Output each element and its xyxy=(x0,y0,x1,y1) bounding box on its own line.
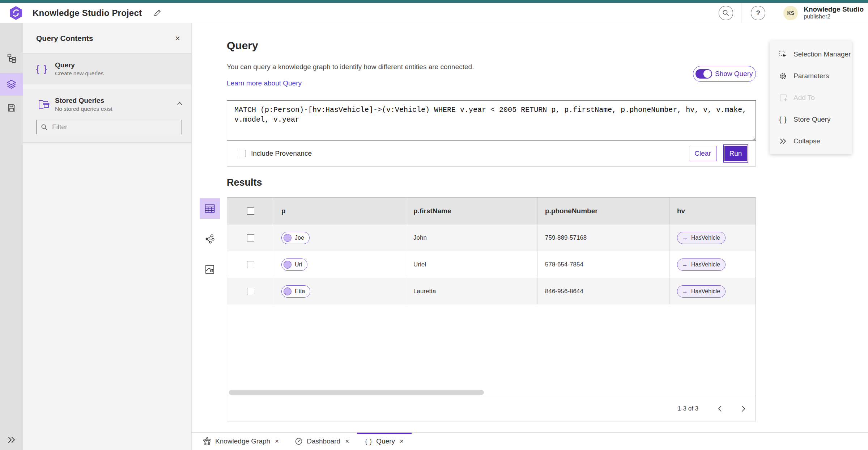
tab-knowledge-graph[interactable]: Knowledge Graph × xyxy=(195,433,287,450)
column-header-firstname[interactable]: p.firstName xyxy=(406,198,538,224)
graph-view-icon xyxy=(205,234,215,244)
toggle-knob xyxy=(703,70,711,78)
layers-icon xyxy=(7,79,16,89)
entity-pill-label: Uri xyxy=(295,261,302,268)
show-query-label: Show Query xyxy=(715,70,753,78)
selection-manager-button[interactable]: Selection Manager xyxy=(770,43,852,65)
app-root: Knowledge Studio Project ? KS Kno xyxy=(0,0,868,450)
horizontal-scrollbar xyxy=(227,390,756,396)
pointer-tag-icon xyxy=(779,50,787,59)
entity-pill[interactable]: Uri xyxy=(281,258,307,271)
parameters-label: Parameters xyxy=(793,72,829,80)
avatar-initials: KS xyxy=(787,10,794,16)
learn-more-link[interactable]: Learn more about Query xyxy=(227,79,302,87)
filter-input[interactable] xyxy=(52,123,177,131)
chevron-up-icon xyxy=(177,102,183,105)
square-plus-icon xyxy=(779,94,787,102)
edit-title-button[interactable] xyxy=(153,9,161,17)
clear-button[interactable]: Clear xyxy=(689,146,716,161)
entity-node-icon xyxy=(284,234,292,242)
table-view-icon xyxy=(205,204,215,213)
graph-view-button[interactable] xyxy=(200,229,220,249)
tab-label: Query xyxy=(376,437,395,445)
relationship-pill-label: HasVehicle xyxy=(691,235,720,241)
relationship-pill[interactable]: → HasVehicle xyxy=(677,232,726,244)
select-all-checkbox[interactable] xyxy=(247,207,254,215)
run-button[interactable]: Run xyxy=(724,145,748,162)
relationship-pill[interactable]: → HasVehicle xyxy=(677,285,726,298)
braces-icon: { } xyxy=(36,63,52,75)
help-button[interactable]: ? xyxy=(751,6,765,20)
header-right-cluster: ? KS Knowledge Studio publisher2 xyxy=(719,3,868,23)
entity-node-icon xyxy=(284,261,292,269)
row-select-cell xyxy=(227,224,274,251)
row-select-cell xyxy=(227,251,274,278)
close-icon: × xyxy=(175,33,180,43)
stored-queries-item[interactable]: Stored Queries No stored queries exist xyxy=(23,89,191,119)
tab-close-icon[interactable]: × xyxy=(275,437,279,445)
chevron-left-icon xyxy=(717,405,722,412)
rail-item-saved[interactable] xyxy=(0,98,23,118)
row-select-cell xyxy=(227,278,274,304)
rail-expand-button[interactable] xyxy=(0,436,23,443)
stored-queries-collapse-button[interactable] xyxy=(177,101,183,106)
select-all-cell xyxy=(227,198,274,224)
parameters-button[interactable]: Parameters xyxy=(770,65,852,87)
search-icon xyxy=(722,9,729,17)
include-provenance-checkbox[interactable] xyxy=(239,150,246,157)
query-editor[interactable]: MATCH (p:Person)-[hv:HasVehicle]->(v:Veh… xyxy=(227,100,756,141)
entity-cell: Joe xyxy=(274,224,406,251)
query-heading: Query xyxy=(227,39,258,52)
user-block: Knowledge Studio publisher2 xyxy=(804,5,864,20)
braces-icon: { } xyxy=(778,115,788,124)
collapse-panel-button[interactable]: Collapse xyxy=(770,130,852,152)
tab-close-icon[interactable]: × xyxy=(345,437,349,445)
tab-close-icon[interactable]: × xyxy=(400,437,404,445)
table-row: Joe John 759-889-57168 → HasVehicle xyxy=(227,224,756,251)
app-header: Knowledge Studio Project ? KS Kno xyxy=(0,3,868,23)
entity-pill[interactable]: Etta xyxy=(281,285,310,298)
query-actions-bar: Include Provenance Clear Run xyxy=(227,141,756,166)
store-query-button[interactable]: { } Store Query xyxy=(770,109,852,130)
expand-double-chevron-icon xyxy=(7,436,16,443)
previous-page-button[interactable] xyxy=(717,405,722,412)
panel-close-button[interactable]: × xyxy=(172,33,183,44)
stored-queries-folder-icon xyxy=(36,99,52,109)
entity-pill-label: Etta xyxy=(295,288,305,295)
results-heading: Results xyxy=(227,177,262,188)
row-checkbox[interactable] xyxy=(247,288,254,295)
add-to-button[interactable]: Add To xyxy=(770,87,852,109)
tab-query[interactable]: { } Query × xyxy=(357,433,412,450)
next-page-button[interactable] xyxy=(741,405,746,412)
column-header-phonenumber[interactable]: p.phoneNumber xyxy=(538,198,670,224)
show-query-toggle[interactable]: Show Query xyxy=(693,66,756,82)
avatar[interactable]: KS xyxy=(783,6,798,20)
include-provenance-label: Include Provenance xyxy=(251,150,312,157)
data-model-icon xyxy=(7,53,16,63)
table-row: Uri Uriel 578-654-7854 → HasVehicle xyxy=(227,251,756,278)
tab-dashboard[interactable]: Dashboard × xyxy=(287,433,357,450)
scrollbar-thumb[interactable] xyxy=(229,390,484,395)
main-content: Query You can query a knowledge graph to… xyxy=(192,23,868,432)
column-header-hv[interactable]: hv xyxy=(670,198,756,224)
knowledge-graph-icon xyxy=(203,437,211,445)
rail-item-contents[interactable] xyxy=(0,73,23,96)
search-button[interactable] xyxy=(719,6,733,20)
rail-item-data-model[interactable] xyxy=(0,48,23,68)
app-logo-icon xyxy=(9,6,23,20)
top-accent-strip xyxy=(0,0,868,3)
map-view-button[interactable] xyxy=(200,259,220,279)
project-title: Knowledge Studio Project xyxy=(33,8,142,18)
relationship-pill[interactable]: → HasVehicle xyxy=(677,258,726,271)
phonenumber-cell: 846-956-8644 xyxy=(538,278,670,304)
query-description: You can query a knowledge graph to ident… xyxy=(227,63,474,71)
row-checkbox[interactable] xyxy=(247,234,254,241)
row-checkbox[interactable] xyxy=(247,261,254,268)
gear-glyph xyxy=(779,72,787,80)
stored-queries-text: Stored Queries No stored queries exist xyxy=(55,97,112,112)
column-header-p[interactable]: p xyxy=(274,198,406,224)
query-contents-item-query[interactable]: { } Query Create new queries xyxy=(23,54,191,84)
table-view-button[interactable] xyxy=(200,198,220,219)
query-actions-panel: Selection Manager Parameters xyxy=(770,41,852,154)
entity-pill[interactable]: Joe xyxy=(281,232,310,244)
